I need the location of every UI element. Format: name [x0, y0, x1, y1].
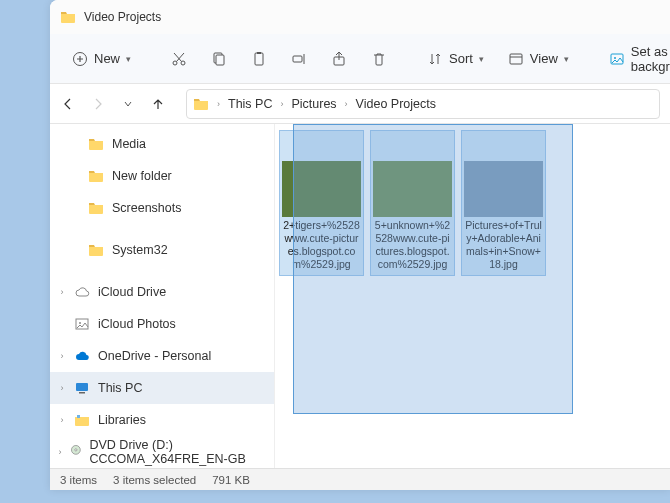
tree-item-label: Screenshots [112, 201, 181, 215]
file-name: Pictures+of+Truly+Adorable+Animals+in+Sn… [464, 217, 543, 273]
status-bar: 3 items 3 items selected 791 KB [50, 468, 670, 490]
back-button[interactable] [60, 96, 76, 112]
folder-icon [88, 168, 104, 184]
svg-rect-5 [255, 53, 263, 65]
chevron-right-icon[interactable]: › [54, 383, 70, 393]
tree-item-screenshots[interactable]: ›Screenshots [50, 192, 274, 224]
tree-item-label: DVD Drive (D:) CCCOMA_X64FRE_EN-GB [90, 438, 269, 466]
tree-item-libraries[interactable]: ›Libraries [50, 404, 274, 436]
sort-button[interactable]: Sort ▾ [417, 45, 494, 73]
tree-item-label: OneDrive - Personal [98, 349, 211, 363]
tree-item-label: This PC [98, 381, 142, 395]
file-name: 2+tigers+%2528www.cute-pictures.blogspot… [282, 217, 361, 273]
selected-count: 3 items selected [113, 474, 196, 486]
selected-size: 791 KB [212, 474, 250, 486]
toolbar: New ▾ Sort ▾ View ▾ Set as background [50, 34, 670, 84]
file-grid: 2+tigers+%2528www.cute-pictures.blogspot… [275, 124, 670, 282]
svg-rect-9 [510, 54, 522, 64]
view-icon [508, 51, 524, 67]
tree-item-label: iCloud Photos [98, 317, 176, 331]
address-bar-row: › This PC › Pictures › Video Projects [50, 84, 670, 124]
svg-rect-6 [257, 52, 261, 54]
pc-icon [74, 380, 90, 396]
svg-rect-4 [216, 55, 224, 65]
svg-point-11 [614, 57, 616, 59]
view-label: View [530, 51, 558, 66]
recent-dropdown[interactable] [120, 96, 136, 112]
svg-rect-7 [293, 56, 302, 62]
chevron-down-icon: ▾ [564, 54, 569, 64]
window-title: Video Projects [84, 10, 161, 24]
clipboard-icon [251, 51, 267, 67]
copy-button[interactable] [201, 45, 237, 73]
paste-button[interactable] [241, 45, 277, 73]
chevron-right-icon[interactable]: › [54, 351, 70, 361]
chevron-right-icon[interactable]: › [54, 415, 70, 425]
copy-icon [211, 51, 227, 67]
breadcrumb[interactable]: › This PC › Pictures › Video Projects [186, 89, 660, 119]
photo-icon [74, 316, 90, 332]
scissors-icon [171, 51, 187, 67]
forward-button[interactable] [90, 96, 106, 112]
folder-icon [88, 136, 104, 152]
libraries-icon [74, 412, 90, 428]
chevron-right-icon[interactable]: › [54, 287, 70, 297]
svg-rect-15 [79, 392, 85, 394]
new-button[interactable]: New ▾ [62, 45, 141, 73]
explorer-window: Video Projects New ▾ Sort ▾ View ▾ Set a… [50, 0, 670, 490]
tree-item-label: Libraries [98, 413, 146, 427]
file-thumbnail[interactable]: Pictures+of+Truly+Adorable+Animals+in+Sn… [461, 130, 546, 276]
sort-label: Sort [449, 51, 473, 66]
svg-point-1 [173, 61, 177, 65]
tree-item-system32[interactable]: ›System32 [50, 234, 274, 266]
folder-icon [88, 200, 104, 216]
tree-item-icloud-drive[interactable]: ›iCloud Drive [50, 276, 274, 308]
navigation-tree[interactable]: ›Media›New folder›Screenshots›System32›i… [50, 124, 275, 468]
cut-button[interactable] [161, 45, 197, 73]
title-bar[interactable]: Video Projects [50, 0, 670, 34]
thumbnail-image [282, 161, 361, 217]
chevron-right-icon[interactable]: › [215, 99, 222, 109]
rename-icon [291, 51, 307, 67]
chevron-right-icon[interactable]: › [54, 447, 66, 457]
tree-item-dvd-drive-d-cccoma-x64fr[interactable]: ›DVD Drive (D:) CCCOMA_X64FRE_EN-GB [50, 436, 274, 468]
chevron-right-icon[interactable]: › [343, 99, 350, 109]
set-background-button[interactable]: Set as background [599, 38, 670, 80]
share-button[interactable] [321, 45, 357, 73]
rename-button[interactable] [281, 45, 317, 73]
tree-item-this-pc[interactable]: ›This PC [50, 372, 274, 404]
view-button[interactable]: View ▾ [498, 45, 579, 73]
svg-point-2 [181, 61, 185, 65]
folder-icon [88, 242, 104, 258]
file-thumbnail[interactable]: 5+unknown+%2528www.cute-pictures.blogspo… [370, 130, 455, 276]
share-icon [331, 51, 347, 67]
up-button[interactable] [150, 96, 166, 112]
disc-icon [70, 444, 82, 460]
tree-item-onedrive-personal[interactable]: ›OneDrive - Personal [50, 340, 274, 372]
breadcrumb-segment[interactable]: This PC [224, 95, 276, 113]
file-thumbnail[interactable]: 2+tigers+%2528www.cute-pictures.blogspot… [279, 130, 364, 276]
sort-icon [427, 51, 443, 67]
svg-rect-14 [76, 383, 88, 391]
trash-icon [371, 51, 387, 67]
tree-item-media[interactable]: ›Media [50, 128, 274, 160]
breadcrumb-segment[interactable]: Video Projects [352, 95, 440, 113]
content-pane[interactable]: 2+tigers+%2528www.cute-pictures.blogspot… [275, 124, 670, 468]
cloud-icon [74, 284, 90, 300]
breadcrumb-segment[interactable]: Pictures [287, 95, 340, 113]
thumbnail-image [373, 161, 452, 217]
onedrive-icon [74, 348, 90, 364]
chevron-right-icon[interactable]: › [278, 99, 285, 109]
file-name: 5+unknown+%2528www.cute-pictures.blogspo… [373, 217, 452, 273]
nav-arrows [60, 96, 176, 112]
chevron-down-icon: ▾ [126, 54, 131, 64]
chevron-down-icon: ▾ [479, 54, 484, 64]
svg-point-18 [75, 449, 77, 451]
image-icon [609, 51, 625, 67]
tree-item-new-folder[interactable]: ›New folder [50, 160, 274, 192]
body: ›Media›New folder›Screenshots›System32›i… [50, 124, 670, 468]
folder-icon [60, 9, 76, 25]
tree-item-icloud-photos[interactable]: ›iCloud Photos [50, 308, 274, 340]
delete-button[interactable] [361, 45, 397, 73]
new-label: New [94, 51, 120, 66]
